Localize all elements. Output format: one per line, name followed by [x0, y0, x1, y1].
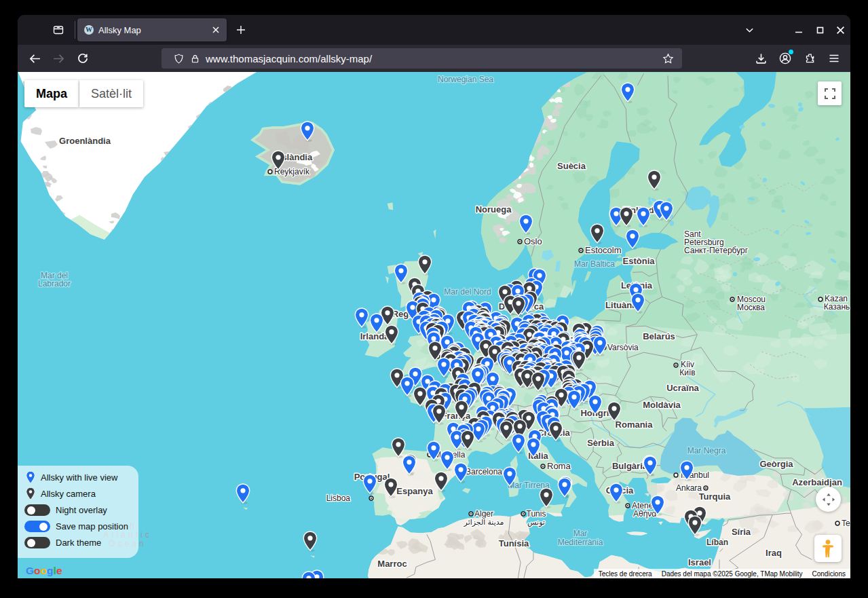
svg-text:Oslo: Oslo — [524, 236, 542, 246]
svg-text:Ucraïna: Ucraïna — [666, 383, 699, 393]
svg-text:Suècia: Suècia — [557, 161, 586, 171]
svg-text:Sèrbia: Sèrbia — [587, 438, 615, 448]
svg-text:Tunis: Tunis — [527, 509, 546, 519]
svg-text:Groenlàndia: Groenlàndia — [59, 136, 111, 146]
svg-text:Norwegian Sea: Norwegian Sea — [438, 75, 493, 84]
svg-text:Romania: Romania — [616, 419, 654, 430]
svg-text:Alger: Alger — [474, 509, 493, 519]
svg-text:Barcelona: Barcelona — [466, 467, 502, 476]
svg-text:Mar: Mar — [573, 529, 588, 538]
svg-text:Labrador: Labrador — [38, 279, 71, 288]
svg-text:Estocolm: Estocolm — [585, 245, 621, 255]
svg-text:Varsòvia: Varsòvia — [607, 343, 639, 352]
svg-text:Noruega: Noruega — [476, 204, 512, 214]
svg-text:Marroc: Marroc — [377, 559, 407, 569]
svg-text:Mar Bàltica: Mar Bàltica — [574, 259, 615, 269]
svg-text:Síria: Síria — [732, 527, 751, 537]
svg-text:مدينة الجزائر: مدينة الجزائر — [464, 518, 504, 527]
svg-text:Москва: Москва — [737, 303, 765, 312]
svg-text:Київ: Київ — [679, 368, 695, 377]
svg-text:Azerbaidjan: Azerbaidjan — [792, 477, 842, 487]
svg-text:Google: Google — [26, 565, 62, 576]
svg-text:Казань: Казань — [824, 302, 850, 312]
svg-text:Mediterrània: Mediterrània — [558, 538, 603, 547]
svg-text:Iraq: Iraq — [766, 548, 782, 558]
svg-text:Mar del Nord: Mar del Nord — [444, 287, 491, 297]
svg-text:Tunísia: Tunísia — [499, 538, 529, 548]
svg-text:Geòrgia: Geòrgia — [759, 459, 793, 469]
svg-text:Ankara: Ankara — [676, 483, 702, 493]
svg-text:تونس: تونس — [527, 518, 545, 527]
svg-text:Belarús: Belarús — [643, 331, 675, 341]
svg-text:Αθήνα: Αθήνα — [633, 509, 656, 519]
svg-text:Te: Te — [842, 519, 850, 528]
svg-text:Lisboa: Lisboa — [326, 493, 351, 503]
svg-text:W: W — [86, 26, 92, 33]
svg-text:Moldàvia: Moldàvia — [643, 400, 681, 410]
svg-text:Estònia: Estònia — [623, 256, 656, 266]
svg-text:Санкт-Петербург: Санкт-Петербург — [684, 246, 749, 255]
svg-text:Líban: Líban — [706, 538, 728, 547]
svg-text:Roma: Roma — [547, 461, 571, 471]
svg-text:Mar Negra: Mar Negra — [687, 446, 726, 455]
svg-text:Israel: Israel — [688, 557, 711, 567]
svg-text:Espanya: Espanya — [396, 486, 433, 496]
svg-text:Turquia: Turquia — [699, 491, 731, 502]
